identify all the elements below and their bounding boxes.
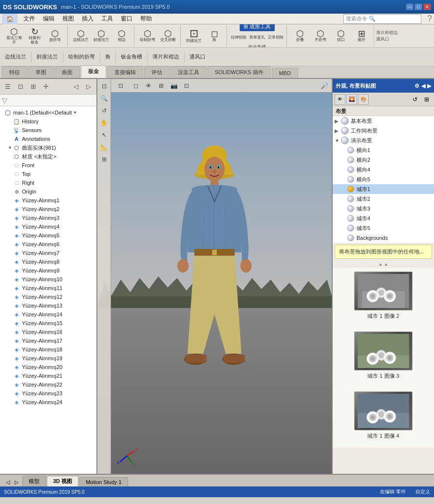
thumb-city1-img3[interactable] xyxy=(354,331,413,370)
vp-search-btn[interactable]: 🔎 xyxy=(319,80,330,91)
rp-arrow-btn[interactable]: ◀ xyxy=(421,83,425,89)
tree-item-sensors[interactable]: 📡Sensors xyxy=(0,126,96,135)
menu-help[interactable]: 帮助 xyxy=(136,14,156,24)
tb-drawn-bend-btn[interactable]: ⬡ 绘制折弯 xyxy=(137,26,158,46)
forming-tool-btn[interactable]: ⊞ 成形工具 xyxy=(240,24,275,31)
tree-item-surface10[interactable]: ◈Yüzey-Alınmış10 xyxy=(0,275,96,284)
rp-scene-h5[interactable]: 横向5 xyxy=(333,174,434,184)
t2-edge-flange[interactable]: 边线法兰 xyxy=(2,52,29,61)
tree-item-surface7[interactable]: ◈Yüzey-Alınmış7 xyxy=(0,249,96,257)
btab-3dview[interactable]: 3D 视图 xyxy=(47,476,78,486)
btab-motion[interactable]: Motion Study 1 xyxy=(79,477,128,486)
tb-cross-break-btn[interactable]: ⬡ 交叉折断 xyxy=(158,26,178,46)
tab-render[interactable]: 渲染工具 xyxy=(170,66,207,78)
vp-hide-show-btn[interactable]: 👁 xyxy=(143,80,154,91)
rp-scene-h2[interactable]: 横向2 xyxy=(333,155,434,165)
tree-item-surface14[interactable]: ◈Yüzey-Alınmış14 xyxy=(0,310,96,319)
rp-decals-tab[interactable]: 🎨 xyxy=(358,94,369,105)
collapse-btn[interactable]: ▼ xyxy=(72,110,78,115)
tree-item-origin[interactable]: ⊕Origin xyxy=(0,187,96,196)
tree-item-surface20[interactable]: ◈Yüzey-Alınmış20 xyxy=(0,363,96,371)
rp-scene-city1[interactable]: 城市1 xyxy=(333,184,434,194)
tree-item-surface12[interactable]: ◈Yüzey-Alınmış12 xyxy=(0,292,96,301)
tb-unfold-btn[interactable]: ⊞ 展开 xyxy=(351,26,372,46)
t2-sheet-corner[interactable]: 钣金角槽 xyxy=(118,52,145,61)
tree-item-surface24[interactable]: ◈Yüzey-Alınmış24 xyxy=(0,398,96,407)
vp-view-orient-btn[interactable]: ⊡ xyxy=(113,80,129,91)
tree-item-surface11[interactable]: ◈Yüzey-Alınmış11 xyxy=(0,284,96,292)
tab-surface[interactable]: 曲面 xyxy=(55,66,80,78)
tb-fold-btn[interactable]: ⬡ 放折等 xyxy=(45,26,65,46)
close-button[interactable]: ✕ xyxy=(423,3,431,10)
vp-explode-btn[interactable]: ⊡ xyxy=(181,80,192,91)
tree-item-annotations[interactable]: AAnnotations xyxy=(0,135,96,143)
tb-fold2-btn[interactable]: ⬡ 折叠 xyxy=(290,26,310,46)
tree-item-surface19[interactable]: ◈Yüzey-Alınmış19 xyxy=(0,354,96,363)
maximize-button[interactable]: □ xyxy=(415,3,422,10)
rp-scenes-tab[interactable]: 🌄 xyxy=(346,94,357,105)
tree-item-surface15[interactable]: ◈Yüzey-Alınmış15 xyxy=(0,319,96,328)
menu-file[interactable]: 文件 xyxy=(19,14,39,24)
menu-tools[interactable]: 工具 xyxy=(97,14,117,24)
tree-item-surface3[interactable]: ◈Yüzey-Alınmış3 xyxy=(0,213,96,222)
minimize-button[interactable]: — xyxy=(406,3,414,10)
tree-item-surface23[interactable]: ◈Yüzey-Alınmış23 xyxy=(0,389,96,398)
tree-item-surface6[interactable]: ◈Yüzey-Alınmış6 xyxy=(0,240,96,249)
tb-basic-btn[interactable]: ⬡ 基法三海片 xyxy=(4,26,24,46)
tb-convert-btn[interactable]: ↻ 转换到板金 xyxy=(24,26,45,46)
tree-item-surface-body[interactable]: ▼⬡曲面实体(981) xyxy=(0,143,96,152)
arrow-right-btn[interactable]: ▷ xyxy=(83,81,94,93)
menu-edit[interactable]: 编辑 xyxy=(39,14,58,24)
t2-thin-plate[interactable]: 薄片和褶边 xyxy=(150,52,182,61)
tb-unbend-btn[interactable]: ⬡ 不折弯 xyxy=(310,26,331,46)
help-icon[interactable]: ? xyxy=(425,14,434,24)
tab-direct-edit[interactable]: 直接编辑 xyxy=(107,66,143,78)
preview-collapse[interactable]: ▲ ▲ xyxy=(333,261,434,268)
t2-miter-flange[interactable]: 斜接法兰 xyxy=(34,52,61,61)
t2-corner[interactable]: 角 xyxy=(102,52,113,61)
scroll-left-btn[interactable]: ◁ xyxy=(4,478,12,486)
tree-item-surface18[interactable]: ◈Yüzey-Alınmış18 xyxy=(0,345,96,354)
tb-miter-btn[interactable]: ⬡ 斜接法兰 xyxy=(91,26,112,46)
tree-item-surface21[interactable]: ◈Yüzey-Alınmış21 xyxy=(0,371,96,380)
rp-expand-btn[interactable]: ⊞ xyxy=(421,94,432,105)
rp-scene-city2[interactable]: 城市2 xyxy=(333,194,434,204)
rp-arrow-right-btn[interactable]: ▶ xyxy=(427,83,431,89)
search-box[interactable]: 搜索命令 🔍 xyxy=(343,14,421,24)
tree-item-surface17[interactable]: ◈Yüzey-Alınmış17 xyxy=(0,336,96,345)
rp-scene-h4[interactable]: 横向4 xyxy=(333,165,434,174)
tree-item-surface16[interactable]: ◈Yüzey-Alınmış16 xyxy=(0,328,96,336)
rp-scene-city4[interactable]: 城市4 xyxy=(333,213,434,223)
tree-model-root[interactable]: ⬡ man-1 (Default<<Default ▼ xyxy=(0,108,96,117)
vp-left-measure-btn[interactable]: 📐 xyxy=(99,142,110,153)
tree-item-surface13[interactable]: ◈Yüzey-Alınmış13 xyxy=(0,301,96,310)
tb-edge-flange-btn[interactable]: ⬡ 边线法兰 xyxy=(71,26,91,46)
tab-plugins[interactable]: SOLIDWORKS 插件 xyxy=(208,66,271,78)
vp-camera-btn[interactable]: 📷 xyxy=(169,80,179,91)
arrow-left-btn[interactable]: ◁ xyxy=(70,81,82,93)
btab-model[interactable]: 模型 xyxy=(22,476,46,486)
vp-display-style-btn[interactable]: ◻ xyxy=(131,80,141,91)
simple-hole-btn[interactable]: 简单直孔 xyxy=(248,33,266,43)
feature-manager-btn[interactable]: ☰ xyxy=(2,81,14,93)
vp-left-view-btn[interactable]: ⊡ xyxy=(99,81,110,92)
rp-scene-city3[interactable]: 城市3 xyxy=(333,204,434,213)
rp-workshop-scenes[interactable]: ▶ 工作间布景 xyxy=(333,126,434,136)
tree-item-surface22[interactable]: ◈Yüzey-Alınmış22 xyxy=(0,380,96,389)
vp-left-zoom-btn[interactable]: 🔍 xyxy=(99,93,110,104)
status-customize[interactable]: 自定义 xyxy=(415,488,430,495)
tree-item-surface4[interactable]: ◈Yüzey-Alınmış4 xyxy=(0,222,96,231)
vp-left-smart-btn[interactable]: ⊞ xyxy=(99,154,110,165)
vp-section-view-btn[interactable]: ⊞ xyxy=(156,80,167,91)
tb-hem-btn[interactable]: ⬡ 褶边 xyxy=(112,26,132,46)
tree-item-surface1[interactable]: ◈Yüzey-Alınmış1 xyxy=(0,196,96,205)
tab-evaluate[interactable]: 评估 xyxy=(144,66,170,78)
tree-item-front[interactable]: □Front xyxy=(0,161,96,170)
config-manager-btn[interactable]: ⊞ xyxy=(27,81,39,93)
menu-window[interactable]: 窗口 xyxy=(117,14,136,24)
viewport[interactable]: X Y Z ⊡ ◻ 👁 ⊞ 📷 ⊡ 🔎 ⊡ 🔍 ↺ ✋ ↖ 📐 ⊞ xyxy=(97,79,332,474)
vp-left-rotate-btn[interactable]: ↺ xyxy=(99,105,110,116)
tree-item-surface8[interactable]: ◈Yüzey-Alınmış8 xyxy=(0,257,96,266)
scroll-right-btn[interactable]: ▷ xyxy=(13,478,20,486)
tree-item-surface5[interactable]: ◈Yüzey-Alınmış5 xyxy=(0,231,96,240)
